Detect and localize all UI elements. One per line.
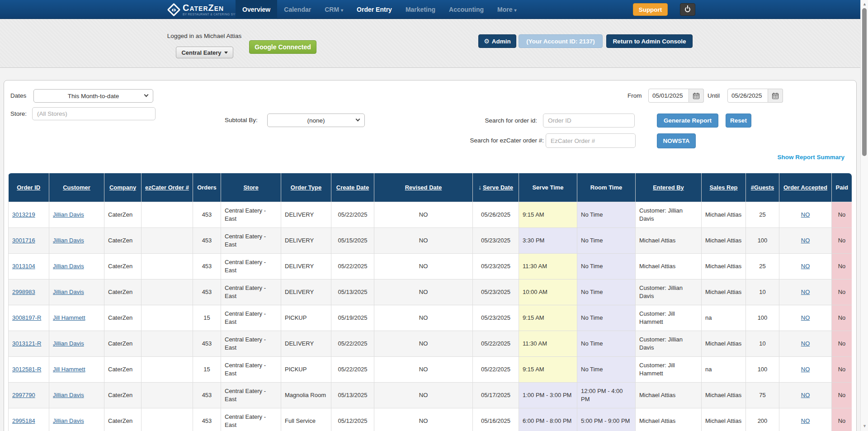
order_id-link[interactable]: 3013121-R [12, 340, 41, 347]
until-calendar-button[interactable] [768, 89, 783, 103]
vertical-scrollbar[interactable]: ▲ ▼ [860, 0, 868, 431]
entered_by-cell: Michael Attias [636, 408, 702, 431]
order_accepted-link[interactable]: NO [801, 289, 810, 295]
column-header-serve_date[interactable]: ↓Serve Date [473, 173, 519, 202]
nav-item-marketing[interactable]: Marketing [399, 0, 442, 19]
order_accepted-link[interactable]: NO [801, 340, 810, 347]
account-id-button[interactable]: (Your Account ID: 2137) [519, 34, 603, 48]
customer-link[interactable]: Jillian Davis [53, 211, 84, 218]
until-date-input[interactable] [727, 89, 768, 103]
store-cell: Central Eatery - East [221, 305, 281, 331]
ezcater-cell [142, 279, 193, 305]
customer-cell: Jillian Davis [49, 227, 104, 253]
entered_by-cell: Michael Attias [636, 227, 702, 253]
nav-item-order-entry[interactable]: Order Entry [350, 0, 399, 19]
serve_date-cell: 05/22/2025 [473, 331, 519, 356]
reset-button[interactable]: Reset [726, 114, 751, 128]
customer-link[interactable]: Jillian Davis [53, 289, 84, 295]
sales_rep-cell: Michael Attias [702, 382, 746, 408]
nowsta-button[interactable]: NOWSTA [657, 133, 696, 148]
customer-cell: Jillian Davis [49, 253, 104, 279]
orders-table-wrap: Order IDCustomerCompanyezCater Order #Or… [8, 173, 852, 431]
column-header-ezcater[interactable]: ezCater Order # [142, 173, 193, 202]
create_date-cell: 05/12/2025 [331, 408, 374, 431]
guests-cell: 75 [746, 382, 779, 408]
column-header-company[interactable]: Company [104, 173, 142, 202]
logout-button[interactable] [680, 3, 695, 16]
column-header-order_type[interactable]: Order Type [281, 173, 331, 202]
customer-link[interactable]: Jill Hammett [53, 366, 85, 373]
order_accepted-link[interactable]: NO [801, 237, 810, 244]
room_time-cell: No Time [577, 356, 636, 382]
nav-item-more[interactable]: More▾ [491, 0, 523, 19]
return-admin-console-button[interactable]: Return to Admin Console [606, 34, 693, 48]
guests-cell: 25 [746, 253, 779, 279]
serve_time-cell: 6:00 PM - 8:00 PM [519, 408, 577, 431]
column-label: ezCater Order # [145, 184, 189, 191]
order_accepted-link[interactable]: NO [801, 211, 810, 218]
order_accepted-link[interactable]: NO [801, 263, 810, 270]
scrollbar-thumb[interactable] [862, 8, 867, 156]
order_accepted-link[interactable]: NO [801, 366, 810, 373]
order_id-link[interactable]: 3013219 [12, 211, 35, 218]
nav-item-label: More [497, 6, 512, 13]
order_id-link[interactable]: 3012581-R [12, 366, 41, 373]
nav-item-calendar[interactable]: Calendar [277, 0, 318, 19]
column-header-order_id[interactable]: Order ID [9, 173, 49, 202]
customer-link[interactable]: Jillian Davis [53, 417, 84, 424]
from-date-input[interactable] [648, 89, 689, 103]
brand[interactable]: CaterZen BY RESTAURANT & CATERING SYSTEM… [169, 0, 246, 19]
column-header-customer[interactable]: Customer [49, 173, 104, 202]
serve_date-cell: 05/26/2025 [473, 202, 519, 227]
orders-cell: 453 [193, 227, 221, 253]
column-header-serve_time: Serve Time [519, 173, 577, 202]
column-header-guests[interactable]: #Guests [746, 173, 779, 202]
from-calendar-button[interactable] [689, 89, 704, 103]
order_id-link[interactable]: 2998983 [12, 289, 35, 295]
customer-link[interactable]: Jillian Davis [53, 263, 84, 270]
column-header-create_date[interactable]: Create Date [331, 173, 374, 202]
nav-item-accounting[interactable]: Accounting [442, 0, 491, 19]
store-selector-dropdown[interactable]: Central Eatery [176, 47, 233, 58]
order_accepted-link[interactable]: NO [801, 417, 810, 424]
store-cell: Central Eatery - East [221, 227, 281, 253]
customer-link[interactable]: Jillian Davis [53, 237, 84, 244]
subtotal-by-select[interactable]: (none) [267, 114, 365, 127]
show-report-summary-link[interactable]: Show Report Summary [777, 154, 844, 161]
nav-item-overview[interactable]: Overview [236, 0, 277, 19]
column-header-store[interactable]: Store [221, 173, 281, 202]
scroll-up-arrow[interactable]: ▲ [861, 2, 868, 6]
sales_rep-cell: Michael Attias [702, 331, 746, 356]
order-row: 2995184Jillian DavisCaterZen453Central E… [9, 408, 852, 431]
order_id-link[interactable]: 2997790 [12, 392, 35, 398]
order-id-search-input[interactable] [543, 114, 635, 128]
order_id-link[interactable]: 2995184 [12, 417, 35, 424]
order_id-link[interactable]: 3013104 [12, 263, 35, 270]
support-button[interactable]: Support [633, 3, 668, 16]
order_id-link[interactable]: 3001716 [12, 237, 35, 244]
order_id-link[interactable]: 3008197-R [12, 314, 41, 321]
google-connected-button[interactable]: Google Connected [249, 40, 316, 54]
dates-select[interactable]: This Month-to-date [33, 89, 153, 103]
order_type-cell: DELIVERY [281, 253, 331, 279]
ezcater-search-input[interactable] [546, 133, 636, 148]
column-header-entered_by[interactable]: Entered By [636, 173, 702, 202]
nav-item-crm[interactable]: CRM▾ [318, 0, 350, 19]
customer-link[interactable]: Jillian Davis [53, 392, 84, 398]
column-header-sales_rep[interactable]: Sales Rep [702, 173, 746, 202]
customer-link[interactable]: Jill Hammett [53, 314, 85, 321]
order_accepted-link[interactable]: NO [801, 314, 810, 321]
column-header-order_accepted[interactable]: Order Accepted [779, 173, 832, 202]
column-header-revised_date[interactable]: Revised Date [374, 173, 473, 202]
ezcater-cell [142, 202, 193, 227]
paid-cell: No [832, 408, 852, 431]
nav-item-label: Calendar [284, 6, 311, 13]
order_accepted-link[interactable]: NO [801, 392, 810, 398]
entered_by-cell: Michael Attias [636, 382, 702, 408]
customer-link[interactable]: Jillian Davis [53, 340, 84, 347]
admin-button[interactable]: ⚙ Admin [478, 34, 516, 48]
caterzen-logo-icon [167, 3, 181, 16]
store-input[interactable] [32, 107, 156, 120]
scroll-down-arrow[interactable]: ▼ [861, 424, 868, 428]
generate-report-button[interactable]: Generate Report [657, 114, 718, 128]
